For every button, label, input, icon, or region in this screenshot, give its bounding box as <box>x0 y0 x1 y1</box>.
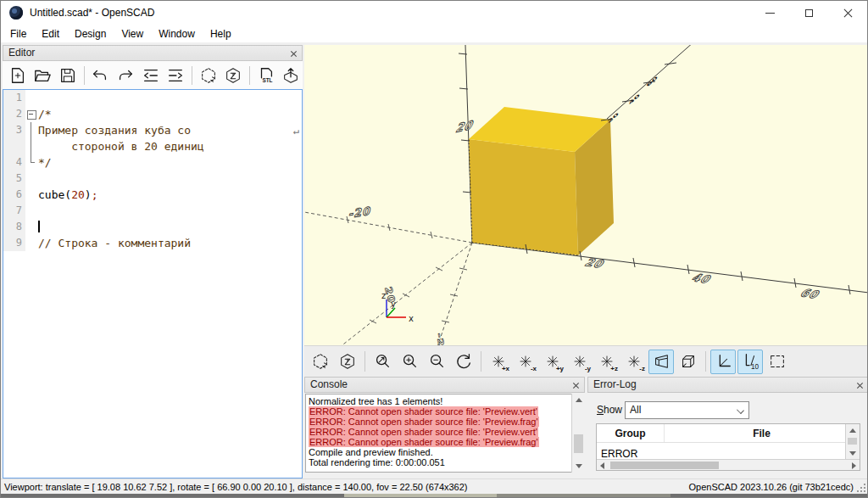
errorlog-hscroll-thumb[interactable] <box>610 462 719 469</box>
errorlog-close-button[interactable] <box>854 380 865 391</box>
export-stl-button[interactable]: STL <box>254 64 278 87</box>
zoom-all-icon <box>373 352 392 371</box>
neg-y-axis <box>340 243 472 345</box>
mini-axis-y-label: y <box>391 299 396 309</box>
menu-item-file[interactable]: File <box>3 25 34 42</box>
render-button[interactable] <box>221 64 245 87</box>
errorlog-vscroll-thumb[interactable] <box>848 438 857 445</box>
console-scroll-thumb[interactable] <box>574 434 583 453</box>
maximize-button[interactable] <box>789 1 828 25</box>
view-all-button[interactable] <box>765 350 790 374</box>
line-wrap-icon: ↵ <box>293 123 299 139</box>
redo-icon <box>116 66 135 85</box>
editor-panel-header[interactable]: Editor <box>3 45 303 61</box>
scroll-down-icon[interactable] <box>576 464 582 468</box>
code-editor[interactable]: 12/*3Пример создания куба со↵ стороной в… <box>3 89 303 478</box>
scroll-down-icon[interactable] <box>849 451 856 456</box>
show-scale-markers-button[interactable]: 10 <box>737 350 763 374</box>
column-header-file[interactable]: File <box>665 424 860 442</box>
view-plus-y-button[interactable]: +y <box>540 350 565 374</box>
code-line[interactable]: 2/* <box>3 106 302 122</box>
code-line[interactable]: 6cube(20); <box>3 187 302 203</box>
preview-button[interactable] <box>197 64 220 87</box>
code-line[interactable]: 5 <box>3 171 302 187</box>
code-line[interactable]: 3Пример создания куба со↵ <box>3 122 302 138</box>
vp-preview-button[interactable] <box>308 350 333 374</box>
code-line[interactable]: 4*/ <box>3 154 302 171</box>
menu-item-help[interactable]: Help <box>203 25 239 42</box>
mini-axis-x-label: x <box>409 314 414 323</box>
menu-item-window[interactable]: Window <box>151 25 203 42</box>
axis-label-x60: 60 <box>798 287 823 300</box>
minimize-button[interactable] <box>750 1 789 25</box>
view-plus-x-button[interactable]: +x <box>486 350 511 374</box>
chevron-down-icon <box>737 406 744 414</box>
scroll-right-icon[interactable] <box>852 462 856 469</box>
open-file-button[interactable] <box>31 64 55 87</box>
view-plus-z-button[interactable]: +z <box>594 350 620 374</box>
zoom-out-button[interactable] <box>424 350 449 374</box>
cube-up-arrow-icon <box>281 66 300 85</box>
scroll-left-icon[interactable] <box>600 462 604 469</box>
scroll-up-icon[interactable] <box>849 428 856 433</box>
code-line[interactable]: 7 <box>3 203 302 219</box>
scroll-up-icon[interactable] <box>576 398 582 402</box>
reset-view-button[interactable] <box>451 350 476 374</box>
errorlog-hscrollbar[interactable] <box>597 459 860 470</box>
code-line[interactable]: 8 <box>3 219 302 235</box>
console-panel: Console Normalized tree has 1 elements!E… <box>304 377 585 473</box>
console-output[interactable]: Normalized tree has 1 elements!ERROR: Ca… <box>305 394 584 473</box>
errorlog-row[interactable]: ERROR <box>597 443 860 460</box>
resize-grip[interactable] <box>864 490 865 492</box>
errorlog-vscrollbar[interactable] <box>845 424 860 460</box>
menu-item-edit[interactable]: Edit <box>34 25 67 42</box>
save-button[interactable] <box>56 64 80 87</box>
new-file-icon <box>8 66 27 85</box>
code-text <box>36 219 40 235</box>
view-minus-z-button[interactable]: -z <box>621 350 647 374</box>
code-text <box>36 171 38 187</box>
close-button[interactable] <box>828 1 867 25</box>
orthographic-button[interactable] <box>676 350 701 374</box>
viewport-3d[interactable]: 20 40 60 20 -20 20 -20 20 40 60 z y x <box>304 45 868 345</box>
print-3d-button[interactable] <box>279 64 303 87</box>
console-error-line: ERROR: Cannot open shader source file: '… <box>309 406 583 417</box>
unindent-button[interactable] <box>139 64 163 87</box>
errorlog-panel-header[interactable]: Error-Log <box>587 377 868 393</box>
axis-label-y60: 60 <box>645 76 658 87</box>
fold-marker-icon[interactable] <box>25 106 36 122</box>
undo-button[interactable] <box>89 64 113 87</box>
show-axes-button[interactable] <box>710 350 736 374</box>
line-number: 9 <box>3 235 25 251</box>
redo-button[interactable] <box>114 64 137 87</box>
console-panel-header[interactable]: Console <box>304 377 585 393</box>
openscad-logo-icon <box>9 6 23 20</box>
column-header-group[interactable]: Group <box>597 424 665 442</box>
view-minus-y-button[interactable]: -y <box>567 350 593 374</box>
window-title: Untitled.scad* - OpenSCAD <box>30 7 154 19</box>
svg-text:STL: STL <box>262 77 272 83</box>
zoom-in-button[interactable] <box>397 350 422 374</box>
zoom-all-button[interactable] <box>370 350 395 374</box>
console-error-line: ERROR: Cannot open shader source file: '… <box>309 427 583 437</box>
menu-item-view[interactable]: View <box>114 25 151 42</box>
title-bar[interactable]: Untitled.scad* - OpenSCAD <box>1 1 867 25</box>
console-scrollbar[interactable] <box>571 394 584 473</box>
menu-item-design[interactable]: Design <box>67 25 114 42</box>
vp-render-button[interactable] <box>335 350 360 374</box>
neg-axis-ticks <box>347 216 467 323</box>
perspective-button[interactable] <box>648 350 674 374</box>
toolbar-separator <box>84 66 85 85</box>
code-line[interactable]: стороной в 20 единиц <box>3 138 302 154</box>
view-minus-x-button[interactable]: -x <box>513 350 538 374</box>
axis-button-label: -z <box>639 365 645 372</box>
code-line[interactable]: 9// Строка - комментарий <box>3 235 302 251</box>
console-close-button[interactable] <box>570 380 581 391</box>
open-folder-icon <box>33 66 52 85</box>
editor-close-button[interactable] <box>288 48 299 59</box>
show-filter-dropdown[interactable]: All <box>625 401 749 419</box>
indent-button[interactable] <box>164 64 187 87</box>
new-file-button[interactable] <box>6 64 30 87</box>
line-number: 4 <box>3 154 25 171</box>
code-line[interactable]: 1 <box>3 90 302 106</box>
